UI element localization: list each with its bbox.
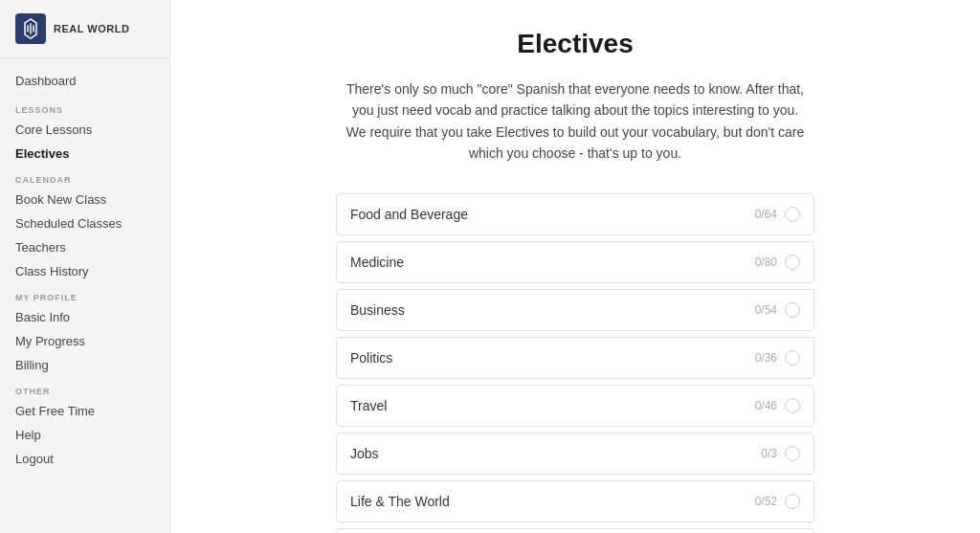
elective-name: Politics [350,350,392,366]
sidebar-item-electives[interactable]: Electives [0,142,169,166]
elective-score: 0/54 [755,303,777,317]
sidebar-item-teachers[interactable]: Teachers [0,235,169,259]
elective-right: 0/36 [755,350,800,366]
sidebar-section-label-lessons: LESSONS [0,96,169,118]
elective-item-places-trips[interactable]: Places & Trips 0/33 [336,528,814,533]
elective-item-politics[interactable]: Politics 0/36 [336,337,814,379]
elective-score: 0/46 [755,399,777,412]
page-description: There's only so much "core" Spanish that… [345,78,805,165]
elective-score: 0/3 [761,447,777,460]
elective-name: Jobs [350,446,379,461]
page-title: Electives [228,29,923,59]
logo-text: REAL WORLD [54,23,129,34]
elective-radio[interactable] [785,494,800,509]
elective-right: 0/52 [755,494,800,509]
elective-right: 0/3 [761,446,800,461]
sidebar-item-core-lessons[interactable]: Core Lessons [0,118,169,142]
elective-item-medicine[interactable]: Medicine 0/80 [336,241,814,283]
sidebar-section-label-profile: MY PROFILE [0,283,169,305]
elective-name: Life & The World [350,494,450,509]
elective-name: Food and Beverage [350,207,468,222]
elective-radio[interactable] [785,350,800,366]
sidebar-item-billing[interactable]: Billing [0,353,169,377]
sidebar-section-label-calendar: CALENDAR [0,166,169,188]
elective-radio[interactable] [785,398,800,413]
elective-name: Travel [350,398,387,413]
elective-item-life-world[interactable]: Life & The World 0/52 [336,480,814,522]
main-content: Electives There's only so much "core" Sp… [170,0,980,533]
sidebar-item-basic-info[interactable]: Basic Info [0,305,169,329]
elective-name: Business [350,302,405,318]
elective-radio[interactable] [785,446,800,461]
elective-score: 0/52 [755,495,777,508]
sidebar-item-book-new-class[interactable]: Book New Class [0,188,169,211]
sidebar-item-class-history[interactable]: Class History [0,259,169,283]
elective-right: 0/64 [755,207,800,222]
elective-item-jobs[interactable]: Jobs 0/3 [336,433,814,475]
elective-score: 0/80 [755,255,777,269]
elective-item-food-beverage[interactable]: Food and Beverage 0/64 [336,193,814,235]
elective-item-travel[interactable]: Travel 0/46 [336,385,814,427]
elective-list: Food and Beverage 0/64 Medicine 0/80 Bus… [336,193,814,533]
elective-right: 0/54 [755,302,800,318]
elective-score: 0/64 [755,208,777,221]
elective-right: 0/80 [755,255,800,270]
elective-item-business[interactable]: Business 0/54 [336,289,814,331]
logo-icon [15,13,46,44]
elective-radio[interactable] [785,255,800,270]
sidebar-section-label-other: OTHER [0,377,169,399]
elective-radio[interactable] [785,302,800,318]
logo-container: REAL WORLD [0,0,169,58]
sidebar-item-logout[interactable]: Logout [0,447,169,471]
sidebar-item-get-free-time[interactable]: Get Free Time [0,399,169,423]
sidebar-item-dashboard[interactable]: Dashboard [0,64,169,94]
elective-name: Medicine [350,255,404,270]
elective-score: 0/36 [755,351,777,365]
sidebar: REAL WORLD Dashboard LESSONS Core Lesson… [0,0,170,533]
sidebar-item-scheduled-classes[interactable]: Scheduled Classes [0,211,169,235]
elective-right: 0/46 [755,398,800,413]
sidebar-item-my-progress[interactable]: My Progress [0,329,169,353]
elective-radio[interactable] [785,207,800,222]
sidebar-item-help[interactable]: Help [0,423,169,447]
